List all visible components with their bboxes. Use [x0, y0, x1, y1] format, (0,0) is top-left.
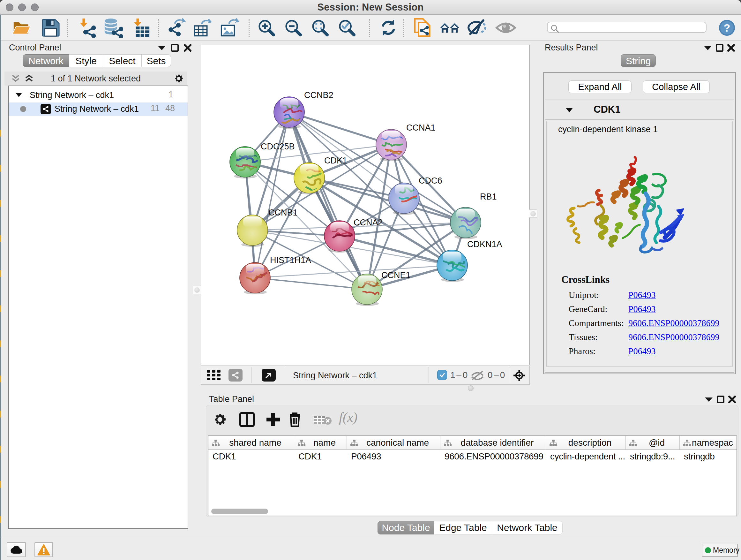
help-button[interactable]: ? [719, 17, 735, 38]
function-builder-icon[interactable]: f(x) [339, 410, 357, 425]
crosslink-value-link[interactable]: P06493 [628, 304, 656, 314]
network-canvas[interactable]: CCNB2CCNA1CDC25BCDK1CDC6RB1CCNB1CCNA2CDK… [201, 45, 530, 365]
hidden-eye-icon[interactable] [471, 371, 484, 380]
table-panel-title: Table Panel [209, 394, 254, 404]
export-table-button[interactable] [193, 17, 212, 38]
table-cell[interactable]: P06493 [347, 450, 441, 463]
search-field[interactable] [547, 22, 706, 33]
crosslink-value-link[interactable]: 9606.ENSP00000378699 [628, 318, 719, 328]
network-edge[interactable] [340, 236, 452, 265]
table-column-header[interactable]: shared name [208, 436, 294, 450]
crosshair-icon[interactable] [513, 369, 525, 381]
zoom-out-button[interactable] [284, 17, 302, 38]
hide-selected-button[interactable] [467, 17, 487, 38]
add-column-icon[interactable] [266, 412, 281, 427]
first-neighbors-button[interactable] [440, 17, 460, 38]
import-network-file-button[interactable] [77, 17, 97, 38]
table-tab-network-table[interactable]: Network Table [492, 521, 562, 535]
network-edge[interactable] [255, 278, 367, 289]
crosslink-value-link[interactable]: P06493 [628, 346, 656, 356]
table-tab-node-table[interactable]: Node Table [378, 521, 434, 535]
table-cell[interactable]: stringdb:9... [626, 450, 680, 463]
search-input[interactable] [562, 23, 702, 33]
external-arrow-icon [265, 371, 273, 379]
zoom-fit-button[interactable] [311, 17, 329, 38]
panel-close-icon[interactable] [184, 44, 192, 52]
horizontal-scrollbar-thumb[interactable] [211, 509, 268, 514]
expand-triangle-icon[interactable] [15, 92, 22, 98]
table-cell[interactable]: CDK1 [294, 450, 347, 463]
table-column-header[interactable]: description [546, 436, 626, 450]
panel-float-icon[interactable] [717, 395, 724, 403]
network-edge[interactable] [255, 112, 289, 278]
split-columns-icon[interactable] [239, 412, 255, 427]
crosslink-value-link[interactable]: 9606.ENSP00000378699 [628, 332, 719, 342]
table-column-header[interactable]: canonical name [347, 436, 441, 450]
network-edge[interactable] [289, 112, 391, 145]
refresh-button[interactable] [379, 17, 398, 38]
collapse-triangle-icon[interactable] [565, 108, 573, 113]
zoom-in-button[interactable] [257, 17, 276, 38]
table-tab-edge-table[interactable]: Edge Table [434, 521, 492, 535]
main-toolbar: ? [0, 15, 741, 41]
table-cell[interactable]: stringdb [680, 450, 737, 463]
import-network-database-button[interactable] [103, 17, 123, 38]
panel-menu-icon[interactable] [704, 45, 712, 51]
table-column-header[interactable]: namespac [680, 436, 737, 450]
memory-button[interactable]: Memory [702, 544, 738, 557]
network-node-CCNB1[interactable]: CCNB1 [237, 208, 298, 247]
open-session-button[interactable] [11, 17, 31, 38]
tab-network[interactable]: Network [23, 54, 69, 67]
import-table-file-button[interactable] [131, 17, 151, 38]
panel-menu-icon[interactable] [704, 397, 713, 402]
table-column-header[interactable]: name [294, 436, 347, 450]
table-gear-icon[interactable] [212, 412, 227, 427]
network-collection-row[interactable]: String Network – cdk1 1 [9, 89, 188, 102]
clone-network-icon [413, 17, 433, 38]
horizontal-splitter-grip[interactable] [468, 385, 474, 391]
export-network-button[interactable] [167, 17, 187, 38]
gear-icon[interactable] [174, 73, 184, 84]
gene-section-header[interactable]: CDK1 [545, 100, 734, 120]
table-row[interactable]: CDK1CDK1P064939606.ENSP00000378699cyclin… [208, 450, 737, 463]
table-column-header[interactable]: @id [626, 436, 680, 450]
network-share-button[interactable] [228, 369, 243, 381]
clear-table-icon[interactable] [313, 415, 332, 425]
show-all-button[interactable] [495, 17, 516, 38]
table-column-header[interactable]: database identifier [441, 436, 546, 450]
zoom-selected-button[interactable] [338, 17, 356, 38]
table-cell[interactable]: 9606.ENSP00000378699 [441, 450, 546, 463]
left-splitter-grip[interactable] [193, 286, 201, 294]
panel-close-icon[interactable] [727, 44, 735, 52]
collapse-all-button[interactable]: Collapse All [643, 80, 710, 93]
table-cell[interactable]: CDK1 [208, 450, 294, 463]
tab-select[interactable]: Select [103, 54, 142, 67]
panel-close-icon[interactable] [728, 395, 736, 403]
network-node-CDKN1A[interactable]: CDKN1A [437, 240, 502, 282]
network-row-selected[interactable]: String Network – cdk1 11 48 [9, 103, 188, 116]
tab-sets[interactable]: Sets [142, 54, 171, 67]
delete-column-icon[interactable] [288, 412, 302, 428]
birdseye-grid-icon[interactable] [207, 370, 221, 380]
save-session-button[interactable] [41, 17, 61, 38]
import-network-icon [77, 18, 97, 38]
crosslink-value-link[interactable]: P06493 [628, 290, 656, 300]
network-node-CCNA1[interactable]: CCNA1 [376, 123, 435, 161]
open-in-window-button[interactable] [262, 369, 276, 381]
column-type-icon [297, 439, 306, 446]
panel-menu-icon[interactable] [158, 45, 166, 51]
tab-string[interactable]: String [621, 54, 656, 67]
export-image-button[interactable] [219, 17, 239, 38]
panel-float-icon[interactable] [716, 44, 724, 52]
expand-all-button[interactable]: Expand All [568, 80, 631, 93]
network-node-CCNE1[interactable]: CCNE1 [352, 270, 411, 306]
panel-float-icon[interactable] [171, 44, 179, 52]
tab-style[interactable]: Style [69, 54, 103, 67]
selected-checkbox[interactable] [437, 370, 447, 380]
warning-status-button[interactable] [35, 542, 53, 557]
cloud-status-button[interactable] [7, 542, 26, 557]
right-splitter-grip[interactable] [529, 209, 537, 218]
clone-network-button[interactable] [413, 17, 433, 38]
network-node-RB1[interactable]: RB1 [450, 192, 497, 239]
table-cell[interactable]: cyclin-dependent ... [546, 450, 626, 463]
